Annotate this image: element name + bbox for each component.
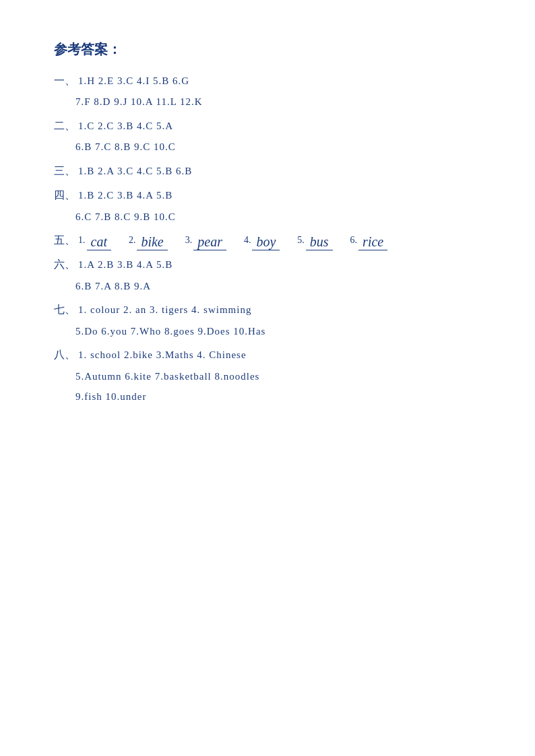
wu-item-2: 2.bike: [129, 232, 168, 251]
label-si: 四、: [54, 185, 75, 205]
label-liu: 六、: [54, 254, 75, 275]
wu-item-5: 5.bus: [297, 232, 332, 251]
wu-item-6: 6.rice: [350, 232, 388, 251]
answers-yi-1: 1.H 2.E 3.C 4.I 5.B 6.G: [78, 71, 189, 91]
answers-san-1: 1.B 2.A 3.C 4.C 5.B 6.B: [78, 162, 192, 181]
wu-item-1: 1.cat: [78, 232, 111, 251]
answers-liu-1: 1.A 2.B 3.B 4.A 5.B: [78, 255, 172, 275]
wu-items: 1.cat2.bike3.pear4.boy5.bus6.rice: [78, 232, 393, 251]
answers-ba-2: 5.Autumn 6.kite 7.basketball 8.noodles: [75, 367, 259, 386]
label-qi: 七、: [54, 300, 75, 320]
page-title: 参考答案：: [54, 40, 481, 59]
answers-ba-1: 1. school 2.bike 3.Maths 4. Chinese: [78, 345, 247, 365]
answers-er-2: 6.B 7.C 8.B 9.C 10.C: [75, 137, 176, 157]
label-ba: 八、: [54, 345, 75, 365]
wu-item-4: 4.boy: [244, 232, 280, 251]
label-san: 三、: [54, 161, 75, 181]
answers-er-1: 1.C 2.C 3.B 4.C 5.A: [78, 116, 173, 136]
section-qi: 七、 1. colour 2. an 3. tigers 4. swimming…: [54, 300, 481, 341]
section-yi: 一、 1.H 2.E 3.C 4.I 5.B 6.G 7.F 8.D 9.J 1…: [54, 71, 481, 112]
section-liu: 六、 1.A 2.B 3.B 4.A 5.B 6.B 7.A 8.B 9.A: [54, 254, 481, 296]
wu-item-3: 3.pear: [185, 232, 226, 251]
label-er: 二、: [54, 116, 75, 136]
answers-ba-3: 9.fish 10.under: [75, 387, 146, 407]
section-ba: 八、 1. school 2.bike 3.Maths 4. Chinese 5…: [54, 345, 481, 406]
section-si: 四、 1.B 2.C 3.B 4.A 5.B 6.C 7.B 8.C 9.B 1…: [54, 185, 481, 226]
answers-si-1: 1.B 2.C 3.B 4.A 5.B: [78, 186, 172, 205]
answers-liu-2: 6.B 7.A 8.B 9.A: [75, 277, 151, 296]
answers-yi-2: 7.F 8.D 9.J 10.A 11.L 12.K: [75, 92, 203, 112]
section-wu: 五、 1.cat2.bike3.pear4.boy5.bus6.rice: [54, 230, 481, 250]
label-wu: 五、: [54, 230, 75, 250]
section-san: 三、 1.B 2.A 3.C 4.C 5.B 6.B: [54, 161, 481, 181]
answers-qi-1: 1. colour 2. an 3. tigers 4. swimming: [78, 300, 251, 320]
answers-qi-2: 5.Do 6.you 7.Who 8.goes 9.Does 10.Has: [75, 322, 265, 341]
section-er: 二、 1.C 2.C 3.B 4.C 5.A 6.B 7.C 8.B 9.C 1…: [54, 116, 481, 157]
label-yi: 一、: [54, 71, 75, 91]
answers-si-2: 6.C 7.B 8.C 9.B 10.C: [75, 207, 176, 227]
